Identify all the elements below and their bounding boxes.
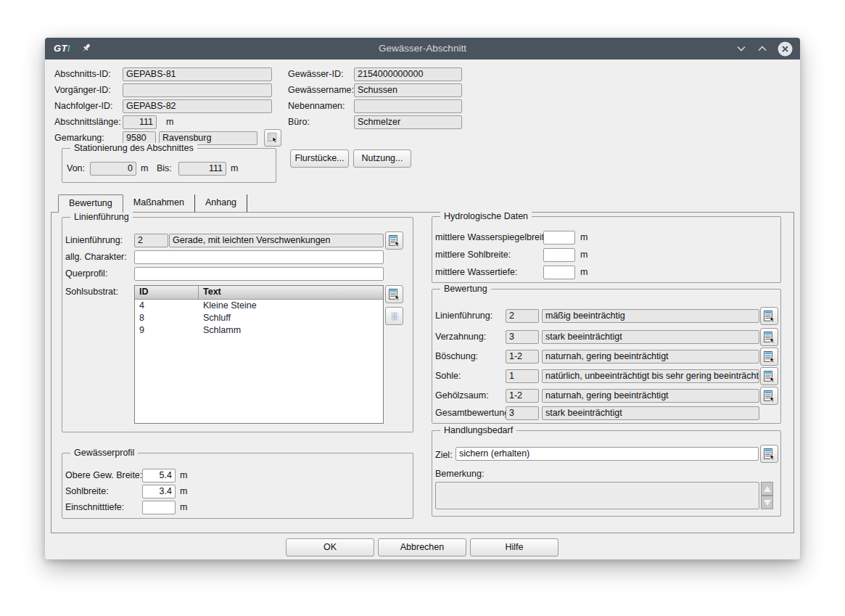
cell-id: 9 bbox=[135, 324, 199, 337]
sohlsubstrat-clear-button[interactable] bbox=[385, 307, 403, 325]
nutzung-button[interactable]: Nutzung... bbox=[353, 149, 411, 168]
buero-field[interactable]: Schmelzer bbox=[354, 115, 462, 129]
bew-boeschung-select-button[interactable] bbox=[760, 348, 778, 366]
table-row[interactable]: 8 Schluff bbox=[135, 312, 383, 324]
table-select-icon bbox=[764, 390, 775, 402]
tab-massnahmen[interactable]: Maßnahmen bbox=[123, 194, 195, 212]
scroll-down-button[interactable] bbox=[761, 496, 773, 509]
gewaesser-id-field[interactable]: 2154000000000 bbox=[354, 67, 462, 81]
einschnitttiefe-label: Einschnitttiefe: bbox=[65, 501, 124, 514]
ziel-label: Ziel: bbox=[435, 448, 453, 462]
table-row[interactable]: 4 Kleine Steine bbox=[135, 300, 383, 312]
bew-sohle-text[interactable]: natürlich, unbeeinträchtigt bis sehr ger… bbox=[542, 369, 759, 383]
stationierung-group: Stationierung des Abschnittes Von: 0 m B… bbox=[62, 148, 276, 183]
obere-breite-field[interactable]: 5.4 bbox=[142, 469, 176, 482]
nebennamen-field[interactable] bbox=[354, 99, 462, 113]
wassertiefe-field[interactable] bbox=[543, 266, 575, 279]
bew-sohle-code[interactable]: 1 bbox=[506, 369, 539, 383]
bew-boeschung-code[interactable]: 1-2 bbox=[506, 350, 539, 364]
wasserspiegelbreite-label: mittlere Wasserspiegelbreite: bbox=[435, 231, 552, 245]
arrow-up-icon bbox=[764, 486, 771, 492]
arrow-down-icon bbox=[764, 500, 771, 506]
titlebar[interactable]: GTI Gewässer-Abschnitt bbox=[45, 38, 800, 59]
bew-linienfuehrung-code[interactable]: 2 bbox=[506, 309, 539, 323]
einschnitttiefe-unit: m bbox=[180, 501, 187, 514]
bis-field[interactable]: 111 bbox=[178, 162, 226, 176]
bew-linienfuehrung-text[interactable]: mäßig beeinträchtig bbox=[542, 309, 759, 323]
bew-gehoelzsaum-select-button[interactable] bbox=[760, 387, 778, 405]
bemerkung-scrollbar bbox=[761, 482, 773, 509]
bew-boeschung-text[interactable]: naturnah, gering beeinträchtigt bbox=[542, 350, 759, 364]
sohlsubstrat-label: Sohlsubstrat: bbox=[65, 285, 118, 299]
bew-sohle-label: Sohle: bbox=[435, 369, 461, 383]
table-select-icon bbox=[764, 332, 775, 343]
cancel-button[interactable]: Abbrechen bbox=[378, 538, 466, 557]
sohlbreite-label: Sohlbreite: bbox=[65, 485, 109, 498]
gesamtbewertung-label: Gesamtbewertung: bbox=[435, 406, 512, 420]
gemarkung-select-button[interactable] bbox=[264, 129, 281, 147]
table-select-icon bbox=[764, 448, 775, 460]
hydrologie-legend: Hydrologische Daten bbox=[440, 211, 532, 222]
wasserspiegelbreite-unit: m bbox=[580, 231, 588, 245]
wasserspiegelbreite-field[interactable] bbox=[543, 231, 575, 245]
table-select-icon bbox=[389, 235, 400, 247]
maximize-icon[interactable] bbox=[757, 44, 768, 54]
table-select-icon bbox=[764, 351, 775, 363]
bew-verzahnung-select-button[interactable] bbox=[760, 328, 778, 346]
linienfuehrung-text-field[interactable]: Gerade, mit leichten Verschwenkungen bbox=[169, 234, 384, 247]
dialog-window: GTI Gewässer-Abschnitt Abschnitts-ID: GE… bbox=[45, 38, 800, 559]
abschnitts-id-label: Abschnitts-ID: bbox=[54, 67, 111, 81]
allg-charakter-field[interactable] bbox=[134, 250, 384, 264]
scroll-up-button[interactable] bbox=[761, 482, 773, 496]
gewaessername-field[interactable]: Schussen bbox=[354, 83, 462, 97]
bew-linienfuehrung-select-button[interactable] bbox=[760, 307, 778, 325]
sohlsubstrat-select-button[interactable] bbox=[385, 285, 403, 303]
bis-unit: m bbox=[231, 162, 238, 176]
querprofil-label: Querprofil: bbox=[65, 267, 107, 281]
bew-gehoelzsaum-text[interactable]: naturnah, gering beeinträchtigt bbox=[542, 389, 759, 403]
linienfuehrung-code-field[interactable]: 2 bbox=[134, 234, 168, 247]
table-row[interactable]: 9 Schlamm bbox=[135, 324, 383, 337]
einschnitttiefe-field[interactable] bbox=[142, 501, 176, 514]
minimize-icon[interactable] bbox=[735, 44, 747, 54]
tab-bewertung[interactable]: Bewertung bbox=[58, 194, 123, 213]
help-button[interactable]: Hilfe bbox=[470, 538, 558, 557]
bew-boeschung-label: Böschung: bbox=[435, 350, 478, 364]
bemerkung-textarea[interactable] bbox=[435, 482, 759, 509]
app-logo: GTI bbox=[54, 38, 70, 59]
bemerkung-label: Bemerkung: bbox=[435, 467, 484, 481]
abschnittslaenge-field[interactable]: 111 bbox=[123, 115, 157, 129]
bis-label: Bis: bbox=[157, 162, 172, 176]
ziel-field[interactable]: sichern (erhalten) bbox=[456, 447, 759, 461]
allg-charakter-label: allg. Charakter: bbox=[65, 250, 127, 264]
querprofil-field[interactable] bbox=[134, 267, 384, 281]
abschnitts-id-field[interactable]: GEPABS-81 bbox=[123, 67, 272, 81]
hydro-sohlbreite-label: mittlere Sohlbreite: bbox=[435, 248, 511, 262]
bew-gehoelzsaum-code[interactable]: 1-2 bbox=[506, 389, 539, 403]
vorgaenger-id-field[interactable] bbox=[123, 83, 272, 97]
obere-breite-label: Obere Gew. Breite: bbox=[65, 469, 142, 482]
nachfolger-id-field[interactable]: GEPABS-82 bbox=[123, 99, 272, 113]
bew-gehoelzsaum-label: Gehölzsaum: bbox=[435, 389, 489, 403]
pin-icon[interactable] bbox=[79, 42, 92, 55]
tab-anhang[interactable]: Anhang bbox=[195, 194, 247, 212]
bew-sohle-select-button[interactable] bbox=[760, 367, 778, 385]
hydro-sohlbreite-unit: m bbox=[580, 248, 588, 262]
von-unit: m bbox=[141, 162, 148, 176]
bew-verzahnung-text[interactable]: stark beeinträchtigt bbox=[542, 330, 759, 344]
linienfuehrung-label: Linienführung: bbox=[65, 234, 123, 247]
ziel-select-button[interactable] bbox=[760, 445, 778, 463]
bewertung-legend: Bewertung bbox=[440, 284, 491, 295]
hydro-sohlbreite-field[interactable] bbox=[543, 248, 575, 262]
nachfolger-id-label: Nachfolger-ID: bbox=[54, 99, 113, 113]
close-icon[interactable] bbox=[778, 41, 793, 57]
sohlbreite-field[interactable]: 3.4 bbox=[142, 485, 176, 498]
linienfuehrung-select-button[interactable] bbox=[385, 231, 403, 250]
column-header-text: Text bbox=[199, 286, 383, 299]
bew-verzahnung-code[interactable]: 3 bbox=[506, 330, 539, 344]
ok-button[interactable]: OK bbox=[286, 538, 374, 557]
von-field[interactable]: 0 bbox=[90, 162, 136, 176]
gewaesserprofil-legend: Gewässerprofil bbox=[70, 448, 138, 459]
gesamtbewertung-text: stark beeinträchtigt bbox=[542, 406, 759, 420]
flurstuecke-button[interactable]: Flurstücke... bbox=[290, 149, 349, 168]
